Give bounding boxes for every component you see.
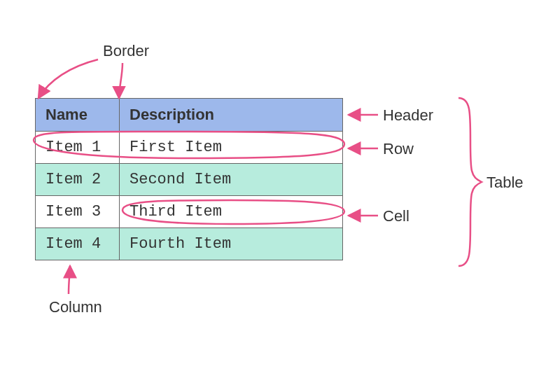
arrow-border-left-icon <box>38 59 98 98</box>
demo-table: Name Description Item 1 First Item Item … <box>35 98 343 260</box>
cell-description: Fourth Item <box>120 228 343 260</box>
annotation-table: Table <box>486 174 524 192</box>
table-row: Item 3 Third Item <box>36 196 343 228</box>
cell-description: First Item <box>120 132 343 164</box>
table-row: Item 1 First Item <box>36 132 343 164</box>
cell-name: Item 1 <box>36 132 120 164</box>
table-header-row: Name Description <box>36 99 343 132</box>
cell-name: Item 3 <box>36 196 120 228</box>
cell-name: Item 4 <box>36 228 120 260</box>
header-name: Name <box>36 99 120 132</box>
demo-table-container: Name Description Item 1 First Item Item … <box>35 98 343 260</box>
annotation-header: Header <box>383 106 433 125</box>
header-description: Description <box>120 99 343 132</box>
cell-description: Third Item <box>120 196 343 228</box>
annotation-border: Border <box>103 42 149 60</box>
annotation-column: Column <box>49 298 102 316</box>
annotation-cell: Cell <box>383 207 410 225</box>
annotation-row: Row <box>383 140 414 158</box>
table-row: Item 4 Fourth Item <box>36 228 343 260</box>
table-brace-icon <box>458 98 482 266</box>
arrow-column-icon <box>69 266 70 294</box>
cell-description: Second Item <box>120 164 343 196</box>
cell-name: Item 2 <box>36 164 120 196</box>
table-row: Item 2 Second Item <box>36 164 343 196</box>
arrow-border-right-icon <box>119 63 122 98</box>
